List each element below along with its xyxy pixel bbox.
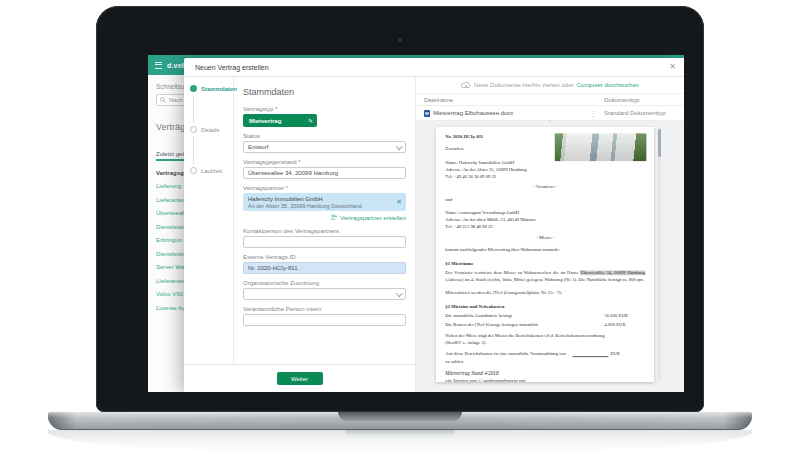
dialog-title: Neuen Vertrag erstellen <box>195 64 269 71</box>
kontaktperson-input[interactable] <box>243 236 406 248</box>
create-partner-link[interactable]: Vertragspartner erstellen <box>340 215 406 221</box>
vertragstyp-button[interactable]: Mietvertrag ✎ <box>243 114 317 127</box>
scrollbar-thumb[interactable] <box>658 129 661 157</box>
document-row[interactable]: W Mietvertrag Elbchaussee.docx ⋮ Standar… <box>416 106 684 121</box>
document-page: Nr. 2020-HCIy-811 Zwischen Name: Hafenci… <box>436 127 654 382</box>
weiter-button[interactable]: Weiter <box>277 372 323 385</box>
vertragspartner-chip[interactable]: Hafencity Immobilien GmbH An der Alster … <box>243 193 406 211</box>
app-window: d.velop contract Schnellsuche Nach ... V… <box>148 55 684 392</box>
document-filename: Mietvertrag Elbchaussee.docx <box>433 110 587 116</box>
menu-icon[interactable] <box>155 62 162 69</box>
document-dropzone[interactable]: Neue Dokumente hierhin ziehen oder Compu… <box>416 77 684 94</box>
highlighted-address: Überseeallee 34, 20099 Hamburg <box>581 270 646 275</box>
section-2-heading: §2 Mietzins und Nebenkosten <box>445 303 645 310</box>
document-preview-area: ⌃ Nr. 2020-HCIy-811 Zwischen Name: Hafen… <box>416 121 684 392</box>
step-connector <box>193 136 194 164</box>
collapse-icon[interactable]: ⌃ <box>547 121 552 126</box>
prepayment-line: Auf diese Betriebskosten ist eine monatl… <box>445 350 645 357</box>
cloud-upload-icon <box>461 81 471 89</box>
section-1-paragraph: Der Vermieter vermietet dem Mieter zu Wo… <box>445 270 645 285</box>
step-connector <box>193 95 194 123</box>
chevron-down-icon <box>396 290 402 296</box>
pencil-icon: ✎ <box>308 118 313 124</box>
blank-field <box>572 356 608 357</box>
new-contract-dialog: Neuen Vertrag erstellen ✕ Stammdaten <box>184 58 684 392</box>
org-zuordnung-label: Organisatorische Zuordnung <box>243 280 406 286</box>
step-dot <box>190 126 197 133</box>
document-content: Nr. 2020-HCIy-811 Zwischen Name: Hafenci… <box>436 127 654 382</box>
laptop-reflection <box>48 430 752 454</box>
document-footer: Mietvertrag Stand 4/2018 ein Service von… <box>445 369 645 382</box>
status-select[interactable]: Entwurf <box>243 141 406 153</box>
word-file-icon: W <box>424 110 430 117</box>
document-doctype: Standard Dokumenttyp <box>604 110 676 116</box>
vertragsgegenstand-label: Vertragsgegenstand * <box>243 159 406 165</box>
documents-pane: Neue Dokumente hierhin ziehen oder Compu… <box>416 77 684 392</box>
verantwortliche-label: Verantwortliche Person intern <box>243 306 406 312</box>
filename-column-header: Dateiname <box>424 97 604 103</box>
org-zuordnung-select[interactable] <box>243 288 406 300</box>
webcam-dot <box>398 38 402 42</box>
house-photo <box>555 133 647 161</box>
status-label: Status <box>243 133 406 139</box>
kontaktperson-label: Kontaktperson des Vertragspartners <box>243 228 406 234</box>
preview-scrollbar[interactable] <box>658 127 661 380</box>
dialog-left-section: Stammdaten Details Laufz <box>184 77 416 392</box>
doctype-column-header: Dokumenttyp <box>604 97 676 103</box>
dialog-footer: Weiter <box>184 364 415 392</box>
search-icon <box>160 97 166 103</box>
fee-row: Die monatliche Grundmiete beträgt 16.000… <box>445 313 645 320</box>
documents-table-header: Dateiname Dokumenttyp <box>416 94 684 106</box>
step-active-dot <box>190 85 197 92</box>
vertragstyp-label: Vertragstyp * <box>243 106 406 112</box>
step-details[interactable]: Details <box>190 126 233 133</box>
step-laufzeit[interactable]: Laufzeit <box>190 167 233 174</box>
page: d.velop contract Schnellsuche Nach ... V… <box>0 0 800 460</box>
section-1-heading: §1 Mieträume <box>445 260 645 267</box>
laptop-notch <box>338 412 462 421</box>
externe-id-input[interactable]: Nr. 2020-HCIy-811 <box>243 262 406 274</box>
remove-partner-icon[interactable]: ✕ <box>396 198 402 206</box>
step-dot <box>190 167 197 174</box>
browse-computer-link[interactable]: Computer durchsuchen <box>577 82 639 88</box>
add-person-icon <box>330 214 337 221</box>
chevron-down-icon <box>396 143 402 149</box>
vertragsgegenstand-input[interactable]: Überseeallee 34, 20099 Hamburg <box>243 167 406 179</box>
step-stammdaten[interactable]: Stammdaten <box>190 85 233 92</box>
verantwortliche-input[interactable] <box>243 314 406 326</box>
laptop-screen-bezel: d.velop contract Schnellsuche Nach ... V… <box>96 6 704 412</box>
row-menu-icon[interactable]: ⋮ <box>590 110 597 117</box>
externe-id-label: Externe Vertrags-ID <box>243 254 406 260</box>
vertragspartner-label: Vertragspartner * <box>243 185 406 191</box>
stammdaten-form: Stammdaten Vertragstyp * Mietvertrag ✎ <box>234 77 415 364</box>
fee-row: Die Kosten der (Tief-)Garage betragen mo… <box>445 321 645 328</box>
step-navigation: Stammdaten Details Laufz <box>184 77 234 364</box>
form-heading: Stammdaten <box>243 87 406 97</box>
close-icon[interactable]: ✕ <box>669 63 676 71</box>
dialog-header: Neuen Vertrag erstellen ✕ <box>184 58 684 77</box>
